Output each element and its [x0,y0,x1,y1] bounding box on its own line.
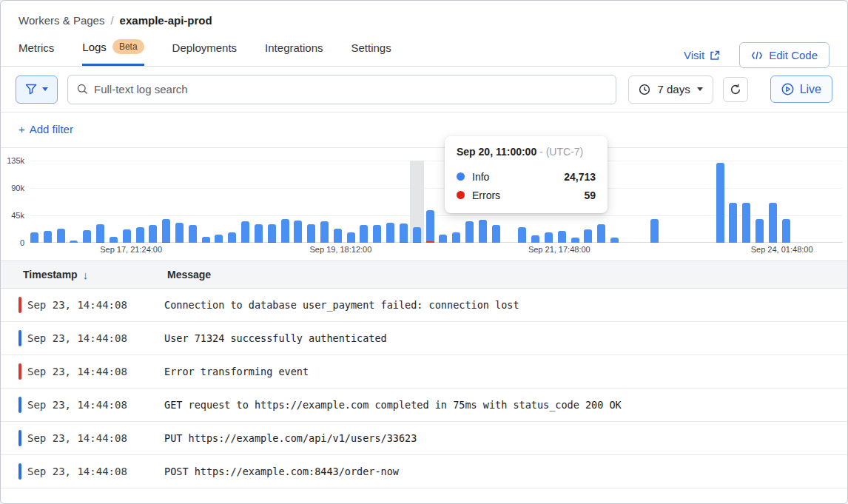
chart-bar[interactable] [518,227,526,243]
bar-info-segment [294,221,302,243]
chart-bar[interactable] [729,203,737,243]
tab-logs[interactable]: LogsBeta [82,39,144,66]
tooltip-series-dot [457,172,465,181]
bar-info-segment [215,235,223,243]
tab-settings[interactable]: Settings [351,41,391,66]
chart-bar[interactable] [373,225,381,243]
sort-descending-icon[interactable]: ↓ [83,269,89,281]
search-input[interactable] [94,83,607,95]
chart-bar[interactable] [610,238,619,243]
chart-bar[interactable] [83,230,91,243]
info-severity-indicator [18,430,21,446]
timestamp-column-header: Timestamp ↓ [23,269,167,281]
log-row[interactable]: Sep 23, 14:44:08GET request to https://e… [1,389,847,422]
time-range-dropdown[interactable]: 7 days [628,75,713,104]
chart-bar[interactable] [70,241,78,243]
live-button[interactable]: Live [770,75,832,103]
edit-code-button[interactable]: Edit Code [739,42,830,68]
chart-bar[interactable] [189,225,197,243]
info-severity-indicator [18,330,21,346]
bar-info-segment [756,219,764,243]
chart-bar[interactable] [413,227,421,243]
external-link-icon [710,50,720,61]
tooltip-title: Sep 20, 11:00:00 - (UTC-7) [457,146,596,158]
log-row[interactable]: Sep 23, 14:44:08Connection to database u… [1,289,847,322]
chart-bar[interactable] [96,224,104,243]
chart-bar[interactable] [347,232,355,243]
tooltip-series-dot [457,191,465,199]
tooltip-timestamp: Sep 20, 11:00:00 [457,146,536,158]
search-icon [77,84,88,95]
chart-bar[interactable] [175,223,184,243]
chart-bar[interactable] [584,229,592,243]
chart-bar[interactable] [162,219,170,243]
chart-bar[interactable] [756,219,764,243]
chart-bar[interactable] [426,210,434,243]
log-message: User 71324 successfully authenticated [164,332,387,344]
x-tick-label: Sep 17, 21:24:00 [100,245,162,254]
visit-link[interactable]: Visit [684,49,720,61]
breadcrumb-parent[interactable]: Workers & Pages [18,14,104,27]
chart-bar[interactable] [268,224,276,243]
y-tick: 0 [20,238,24,247]
chart-bar[interactable] [571,238,579,243]
y-tick: 90k [11,184,24,192]
chart-bar[interactable] [307,224,315,243]
chart-bar[interactable] [110,237,118,243]
chart-bar[interactable] [558,231,566,243]
chart-bar[interactable] [597,224,605,243]
chart-bar[interactable] [439,235,447,243]
chart-bar[interactable] [400,224,408,243]
chart-bar[interactable] [531,235,539,243]
bar-info-segment [729,203,737,243]
chart-bar[interactable] [452,232,460,243]
refresh-button[interactable] [723,77,748,102]
bar-info-segment [479,220,487,243]
bar-info-segment [175,223,184,243]
chart-x-axis: Sep 17, 21:24:00Sep 19, 18:12:00Sep 21, … [30,243,843,258]
chart-bar[interactable] [742,203,750,243]
chart-bar[interactable] [360,225,368,243]
chart-bar[interactable] [465,221,474,243]
tab-integrations[interactable]: Integrations [265,41,323,66]
chart-bar[interactable] [769,203,777,243]
chart-bar[interactable] [716,163,724,243]
chart-bar[interactable] [782,219,790,243]
chart-bar[interactable] [334,229,342,243]
chart-bar[interactable] [386,223,394,243]
log-row[interactable]: Sep 23, 14:44:08User 71324 successfully … [1,322,847,355]
chart-bar[interactable] [281,219,289,243]
bar-info-segment [360,225,368,243]
log-row[interactable]: Sep 23, 14:44:08PUT https://example.com/… [1,422,847,455]
log-message: POST https://example.com:8443/order-now [164,466,399,477]
bar-info-segment [531,235,539,243]
tab-label: Integrations [265,41,323,54]
chart-bar[interactable] [650,219,659,243]
breadcrumb-separator: / [110,14,113,27]
tab-metrics[interactable]: Metrics [18,41,54,66]
chart-bar[interactable] [215,235,223,243]
chart-bar[interactable] [228,232,236,243]
filter-dropdown-button[interactable] [16,75,58,104]
chart-bar[interactable] [255,224,263,243]
chart-bar[interactable] [545,232,553,243]
chart-bar[interactable] [149,225,157,243]
bar-info-segment [255,224,263,243]
chart-bar[interactable] [57,229,65,243]
chart-bar[interactable] [320,221,329,243]
chart-bar[interactable] [123,229,131,243]
chart-bar[interactable] [294,221,302,243]
chart-bar[interactable] [136,227,144,243]
log-timestamp: Sep 23, 14:44:08 [27,299,164,311]
chart-bar[interactable] [202,237,210,243]
chart-bar[interactable] [479,220,487,243]
chart-bar[interactable] [492,225,500,243]
error-severity-indicator [18,363,21,380]
chart-bar[interactable] [241,221,249,243]
log-row[interactable]: Sep 23, 14:44:08POST https://example.com… [1,455,847,488]
log-row[interactable]: Sep 23, 14:44:08Error transforming event [1,355,847,389]
chart-bar[interactable] [44,231,52,243]
add-filter-button[interactable]: + Add filter [18,123,73,135]
tab-deployments[interactable]: Deployments [172,41,238,66]
chart-bar[interactable] [30,232,38,243]
